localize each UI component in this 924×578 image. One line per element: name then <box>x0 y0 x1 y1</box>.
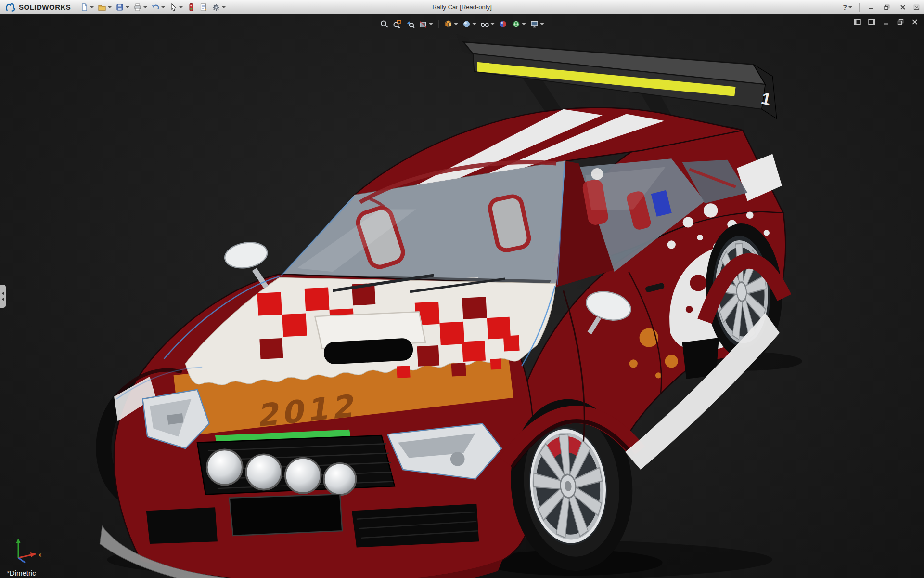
workspace-button[interactable] <box>911 2 921 13</box>
previous-view-button[interactable] <box>404 18 417 30</box>
feature-pane-splitter-tab[interactable] <box>0 285 6 308</box>
help-button[interactable]: ? <box>840 2 855 13</box>
section-view-button[interactable] <box>417 18 435 30</box>
zoom-to-area-button[interactable] <box>391 18 404 30</box>
dock-left-button[interactable] <box>853 18 861 26</box>
orientation-label: *Dimetric <box>7 569 36 577</box>
reference-triad: x <box>9 533 46 564</box>
doc-restore-button[interactable] <box>896 18 905 26</box>
document-window-controls <box>853 18 919 26</box>
workspace-grid-icon <box>913 4 920 10</box>
dock-right-button[interactable] <box>867 18 876 26</box>
dropdown-caret-icon[interactable] <box>540 23 544 25</box>
dropdown-caret-icon[interactable] <box>848 6 852 8</box>
edit-appearance-sphere-icon <box>499 20 508 28</box>
graphics-viewport[interactable]: 1 <box>0 15 924 578</box>
view-settings-monitor-icon <box>530 20 539 28</box>
zoom-to-fit-button[interactable] <box>378 18 391 30</box>
doc-minimize-button[interactable] <box>882 18 890 26</box>
collapse-arrow-icon <box>2 297 4 301</box>
license-plate[interactable] <box>230 494 343 536</box>
zoom-to-fit-icon <box>380 20 389 28</box>
section-view-icon <box>419 20 428 28</box>
window-controls: ? <box>840 2 924 13</box>
close-icon <box>899 4 906 10</box>
dropdown-caret-icon[interactable] <box>473 23 476 25</box>
headsup-view-toolbar <box>378 18 546 30</box>
view-orientation-button[interactable] <box>442 18 460 30</box>
front-grille[interactable] <box>197 435 395 495</box>
apply-scene-button[interactable] <box>510 18 528 30</box>
previous-view-icon <box>406 20 415 28</box>
triad-x-label: x <box>38 552 41 558</box>
left-mirror[interactable] <box>223 239 270 287</box>
doc-close-button[interactable] <box>911 18 919 26</box>
dropdown-caret-icon[interactable] <box>429 23 433 25</box>
display-style-button[interactable] <box>461 18 478 30</box>
restore-button[interactable] <box>880 2 894 13</box>
dropdown-caret-icon[interactable] <box>454 23 458 25</box>
view-settings-button[interactable] <box>528 18 546 30</box>
minimize-icon <box>868 4 874 10</box>
dropdown-caret-icon[interactable] <box>522 23 526 25</box>
hide-show-glasses-icon <box>481 20 489 28</box>
minimize-button[interactable] <box>864 2 878 13</box>
dock-left-icon <box>854 19 861 25</box>
hood-scoop[interactable] <box>315 312 425 365</box>
zoom-to-area-icon <box>393 20 402 28</box>
window-title: Rally Car [Read-only] <box>0 3 924 11</box>
separator <box>438 20 439 28</box>
restore-icon <box>884 4 890 10</box>
help-icon: ? <box>843 3 847 11</box>
hide-show-items-button[interactable] <box>479 18 497 30</box>
view-orientation-cube-icon <box>444 20 453 28</box>
display-style-icon <box>462 20 471 28</box>
restore-icon <box>897 19 904 25</box>
titlebar: Rally Car [Read-only] SOLIDWORKS <box>0 0 924 14</box>
close-button[interactable] <box>896 2 910 13</box>
close-icon <box>911 19 918 25</box>
minimize-icon <box>883 19 889 25</box>
collapse-arrow-icon <box>2 291 4 295</box>
apply-scene-globe-icon <box>512 20 521 28</box>
model-rally-car[interactable]: 1 <box>0 15 924 578</box>
dock-right-icon <box>868 19 875 25</box>
separator <box>859 3 860 12</box>
edit-appearance-button[interactable] <box>497 18 510 30</box>
dropdown-caret-icon[interactable] <box>491 23 495 25</box>
